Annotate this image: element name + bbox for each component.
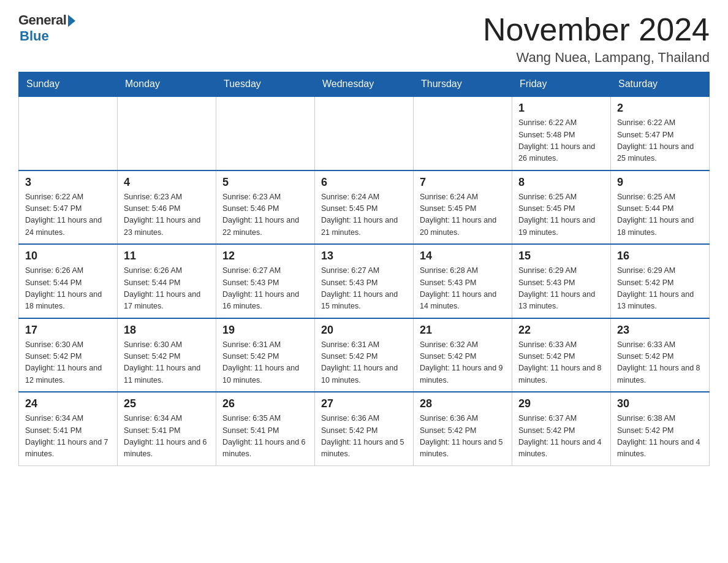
day-number: 19 [222, 324, 308, 337]
table-row: 1Sunrise: 6:22 AMSunset: 5:48 PMDaylight… [512, 96, 611, 170]
day-info: Sunrise: 6:34 AMSunset: 5:41 PMDaylight:… [124, 413, 210, 461]
day-number: 23 [617, 324, 703, 337]
day-info: Sunrise: 6:33 AMSunset: 5:42 PMDaylight:… [617, 339, 703, 387]
table-row: 6Sunrise: 6:24 AMSunset: 5:45 PMDaylight… [315, 170, 414, 245]
day-number: 12 [222, 250, 308, 262]
table-row: 29Sunrise: 6:37 AMSunset: 5:42 PMDayligh… [512, 392, 611, 465]
day-number: 22 [518, 324, 604, 337]
table-row: 13Sunrise: 6:27 AMSunset: 5:43 PMDayligh… [315, 244, 414, 318]
day-info: Sunrise: 6:22 AMSunset: 5:47 PMDaylight:… [617, 117, 703, 165]
header-tuesday: Tuesday [216, 72, 315, 97]
table-row [19, 96, 118, 170]
header-monday: Monday [118, 72, 216, 97]
day-info: Sunrise: 6:32 AMSunset: 5:42 PMDaylight:… [420, 339, 506, 387]
table-row: 28Sunrise: 6:36 AMSunset: 5:42 PMDayligh… [414, 392, 512, 465]
day-number: 7 [420, 176, 506, 189]
header-wednesday: Wednesday [315, 72, 414, 97]
day-info: Sunrise: 6:23 AMSunset: 5:46 PMDaylight:… [222, 191, 308, 239]
day-info: Sunrise: 6:27 AMSunset: 5:43 PMDaylight:… [222, 265, 308, 313]
table-row: 8Sunrise: 6:25 AMSunset: 5:45 PMDaylight… [512, 170, 611, 245]
day-info: Sunrise: 6:29 AMSunset: 5:43 PMDaylight:… [518, 265, 604, 313]
calendar-table: Sunday Monday Tuesday Wednesday Thursday… [18, 72, 710, 466]
logo-general-text: General [18, 12, 66, 28]
table-row: 7Sunrise: 6:24 AMSunset: 5:45 PMDaylight… [414, 170, 512, 245]
table-row: 27Sunrise: 6:36 AMSunset: 5:42 PMDayligh… [315, 392, 414, 465]
day-number: 6 [321, 176, 407, 189]
day-info: Sunrise: 6:34 AMSunset: 5:41 PMDaylight:… [25, 413, 111, 461]
month-year-title: November 2024 [483, 12, 710, 47]
table-row: 5Sunrise: 6:23 AMSunset: 5:46 PMDaylight… [216, 170, 315, 245]
header-friday: Friday [512, 72, 611, 97]
day-number: 3 [25, 176, 111, 189]
location-title: Wang Nuea, Lampang, Thailand [483, 50, 710, 66]
day-number: 10 [25, 250, 111, 262]
day-number: 17 [25, 324, 111, 337]
table-row: 30Sunrise: 6:38 AMSunset: 5:42 PMDayligh… [611, 392, 710, 465]
table-row: 23Sunrise: 6:33 AMSunset: 5:42 PMDayligh… [611, 318, 710, 393]
table-row [216, 96, 315, 170]
day-info: Sunrise: 6:23 AMSunset: 5:46 PMDaylight:… [124, 191, 210, 239]
table-row: 19Sunrise: 6:31 AMSunset: 5:42 PMDayligh… [216, 318, 315, 393]
table-row: 3Sunrise: 6:22 AMSunset: 5:47 PMDaylight… [19, 170, 118, 245]
day-number: 14 [420, 250, 506, 262]
logo-top: General [18, 12, 75, 28]
table-row [414, 96, 512, 170]
day-number: 4 [124, 176, 210, 189]
logo: General Blue [18, 12, 75, 44]
logo-arrow-icon [68, 15, 75, 27]
day-info: Sunrise: 6:31 AMSunset: 5:42 PMDaylight:… [222, 339, 308, 387]
calendar-header-row: Sunday Monday Tuesday Wednesday Thursday… [19, 72, 710, 97]
day-number: 20 [321, 324, 407, 337]
table-row: 11Sunrise: 6:26 AMSunset: 5:44 PMDayligh… [118, 244, 216, 318]
day-info: Sunrise: 6:38 AMSunset: 5:42 PMDaylight:… [617, 413, 703, 461]
day-number: 5 [222, 176, 308, 189]
table-row [315, 96, 414, 170]
logo-blue-text: Blue [20, 28, 49, 44]
day-info: Sunrise: 6:30 AMSunset: 5:42 PMDaylight:… [25, 339, 111, 387]
table-row: 16Sunrise: 6:29 AMSunset: 5:42 PMDayligh… [611, 244, 710, 318]
table-row: 14Sunrise: 6:28 AMSunset: 5:43 PMDayligh… [414, 244, 512, 318]
day-info: Sunrise: 6:36 AMSunset: 5:42 PMDaylight:… [420, 413, 506, 461]
day-number: 13 [321, 250, 407, 262]
table-row: 21Sunrise: 6:32 AMSunset: 5:42 PMDayligh… [414, 318, 512, 393]
day-number: 2 [617, 102, 703, 115]
day-info: Sunrise: 6:26 AMSunset: 5:44 PMDaylight:… [124, 265, 210, 313]
day-number: 30 [617, 397, 703, 410]
day-info: Sunrise: 6:26 AMSunset: 5:44 PMDaylight:… [25, 265, 111, 313]
day-number: 9 [617, 176, 703, 189]
day-number: 26 [222, 397, 308, 410]
day-info: Sunrise: 6:31 AMSunset: 5:42 PMDaylight:… [321, 339, 407, 387]
table-row: 24Sunrise: 6:34 AMSunset: 5:41 PMDayligh… [19, 392, 118, 465]
header-thursday: Thursday [414, 72, 512, 97]
day-info: Sunrise: 6:33 AMSunset: 5:42 PMDaylight:… [518, 339, 604, 387]
table-row: 12Sunrise: 6:27 AMSunset: 5:43 PMDayligh… [216, 244, 315, 318]
table-row: 2Sunrise: 6:22 AMSunset: 5:47 PMDaylight… [611, 96, 710, 170]
day-info: Sunrise: 6:24 AMSunset: 5:45 PMDaylight:… [420, 191, 506, 239]
day-info: Sunrise: 6:28 AMSunset: 5:43 PMDaylight:… [420, 265, 506, 313]
day-number: 25 [124, 397, 210, 410]
table-row: 10Sunrise: 6:26 AMSunset: 5:44 PMDayligh… [19, 244, 118, 318]
calendar-week-row: 10Sunrise: 6:26 AMSunset: 5:44 PMDayligh… [19, 244, 710, 318]
day-info: Sunrise: 6:27 AMSunset: 5:43 PMDaylight:… [321, 265, 407, 313]
day-number: 21 [420, 324, 506, 337]
day-number: 27 [321, 397, 407, 410]
page-header: General Blue November 2024 Wang Nuea, La… [18, 12, 710, 66]
calendar-week-row: 1Sunrise: 6:22 AMSunset: 5:48 PMDaylight… [19, 96, 710, 170]
day-info: Sunrise: 6:25 AMSunset: 5:45 PMDaylight:… [518, 191, 604, 239]
day-number: 24 [25, 397, 111, 410]
header-sunday: Sunday [19, 72, 118, 97]
table-row: 18Sunrise: 6:30 AMSunset: 5:42 PMDayligh… [118, 318, 216, 393]
day-number: 8 [518, 176, 604, 189]
day-number: 18 [124, 324, 210, 337]
day-info: Sunrise: 6:25 AMSunset: 5:44 PMDaylight:… [617, 191, 703, 239]
day-info: Sunrise: 6:35 AMSunset: 5:41 PMDaylight:… [222, 413, 308, 461]
table-row: 15Sunrise: 6:29 AMSunset: 5:43 PMDayligh… [512, 244, 611, 318]
table-row: 22Sunrise: 6:33 AMSunset: 5:42 PMDayligh… [512, 318, 611, 393]
day-info: Sunrise: 6:29 AMSunset: 5:42 PMDaylight:… [617, 265, 703, 313]
table-row: 17Sunrise: 6:30 AMSunset: 5:42 PMDayligh… [19, 318, 118, 393]
day-info: Sunrise: 6:36 AMSunset: 5:42 PMDaylight:… [321, 413, 407, 461]
calendar-week-row: 24Sunrise: 6:34 AMSunset: 5:41 PMDayligh… [19, 392, 710, 465]
header-saturday: Saturday [611, 72, 710, 97]
calendar-week-row: 3Sunrise: 6:22 AMSunset: 5:47 PMDaylight… [19, 170, 710, 245]
day-info: Sunrise: 6:22 AMSunset: 5:47 PMDaylight:… [25, 191, 111, 239]
